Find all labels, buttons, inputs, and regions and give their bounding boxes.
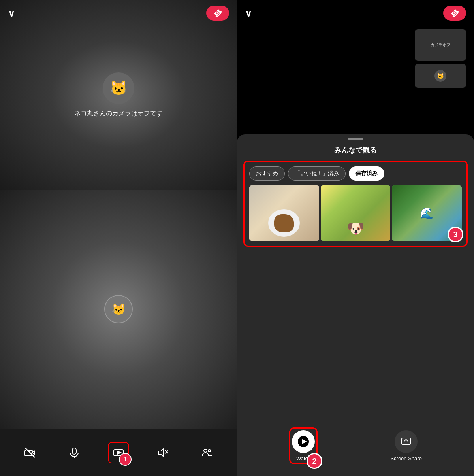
speaker-button[interactable] xyxy=(152,442,173,463)
video-bottom: 🐱 xyxy=(0,190,237,429)
watch-play-icon xyxy=(297,436,309,448)
sheet-title: みんなで観る xyxy=(237,142,474,161)
end-call-button-left[interactable]: ☎ xyxy=(206,6,229,21)
filter-tab-recommended[interactable]: おすすめ xyxy=(249,166,285,181)
right-panel: ∨ ☎ カメラオフ 🐱 みんなで観る おすすめ 「いいね！」済み xyxy=(237,0,474,476)
watch-action-wrapper: Watch 2 xyxy=(289,427,318,464)
filter-tabs: おすすめ 「いいね！」済み 保存済み xyxy=(249,166,462,181)
chevron-down-right[interactable]: ∨ xyxy=(245,8,252,19)
bottom-toolbar: 1 xyxy=(0,429,237,476)
svg-point-11 xyxy=(208,450,211,452)
participants-icon xyxy=(201,447,213,458)
phone-icon-right: ☎ xyxy=(448,7,461,19)
video-card-food[interactable] xyxy=(249,185,319,241)
thumb-avatar: 🐱 xyxy=(434,70,446,82)
dog-image: 🐶 xyxy=(321,185,391,241)
right-video-area: ∨ ☎ カメラオフ 🐱 xyxy=(237,0,474,134)
thumb-inner-1: カメラオフ xyxy=(415,29,466,61)
watch-section: おすすめ 「いいね！」済み 保存済み xyxy=(243,161,468,247)
screen-share-label: Screen Share xyxy=(390,455,422,461)
phone-icon-left: ☎ xyxy=(211,7,224,19)
watch-button-toolbar[interactable]: 1 xyxy=(108,442,129,463)
sheet-content: おすすめ 「いいね！」済み 保存済み xyxy=(237,161,474,247)
mic-button[interactable] xyxy=(64,442,85,463)
speaker-off-icon xyxy=(157,447,168,458)
bottom-actions: Watch 2 Screen Share xyxy=(237,419,474,476)
annotation-badge-1: 1 xyxy=(119,453,132,466)
video-thumb-2: 🐱 xyxy=(415,64,466,88)
annotation-badge-3: 3 xyxy=(448,227,463,242)
end-call-button-right[interactable]: ☎ xyxy=(443,6,466,21)
participants-button[interactable] xyxy=(196,442,218,463)
svg-marker-5 xyxy=(117,451,121,454)
svg-rect-1 xyxy=(72,448,76,454)
svg-point-10 xyxy=(204,449,207,452)
video-grid: 🐶 🌊 xyxy=(249,185,462,241)
screen-share-icon xyxy=(401,436,412,447)
camera-off-icon xyxy=(24,447,36,458)
video-card-dogs[interactable]: 🐶 xyxy=(321,185,391,241)
avatar-bottom: 🐱 xyxy=(104,295,133,323)
bottom-sheet: みんなで観る おすすめ 「いいね！」済み 保存済み xyxy=(237,134,474,476)
left-panel: ∨ ☎ 🐱 ネコ丸さんのカメラはオフです 🐱 xyxy=(0,0,237,476)
watch-action-icon-wrap xyxy=(292,430,315,453)
chevron-down-left[interactable]: ∨ xyxy=(8,8,15,19)
svg-marker-7 xyxy=(159,449,164,457)
thumb-inner-2: 🐱 xyxy=(415,64,466,88)
screen-share-icon-wrap xyxy=(395,430,418,453)
screen-share-button[interactable]: Screen Share xyxy=(390,430,422,461)
sheet-handle xyxy=(348,138,363,140)
filter-tab-liked[interactable]: 「いいね！」済み xyxy=(288,166,346,181)
mic-icon xyxy=(69,447,80,458)
video-top: ∨ ☎ 🐱 ネコ丸さんのカメラはオフです xyxy=(0,0,237,190)
filter-tab-saved[interactable]: 保存済み xyxy=(349,166,384,181)
avatar-left: 🐱 xyxy=(103,72,134,104)
annotation-badge-2: 2 xyxy=(307,453,322,469)
camera-off-label: ネコ丸さんのカメラはオフです xyxy=(74,110,163,118)
food-image xyxy=(249,185,319,241)
camera-toggle-button[interactable] xyxy=(19,442,41,463)
video-thumb-1: カメラオフ xyxy=(415,29,466,61)
